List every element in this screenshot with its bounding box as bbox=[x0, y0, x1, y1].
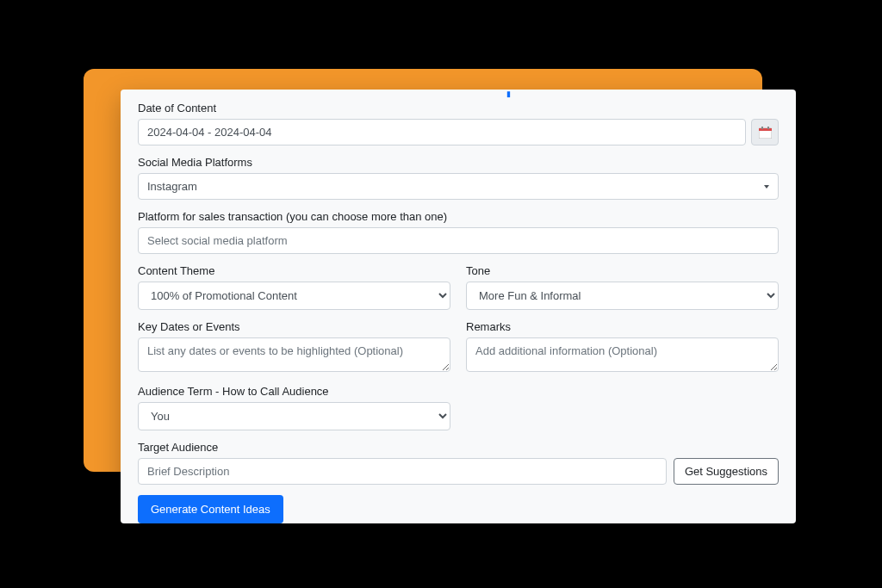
decorative-marker: ▮ bbox=[506, 90, 513, 98]
remarks-field: Remarks bbox=[466, 320, 779, 374]
target-audience-input[interactable] bbox=[138, 458, 667, 485]
tone-field: Tone More Fun & Informal bbox=[466, 264, 779, 310]
sales-platform-input[interactable] bbox=[138, 227, 779, 254]
remarks-textarea[interactable] bbox=[466, 337, 779, 372]
generate-content-ideas-button[interactable]: Generate Content Ideas bbox=[138, 495, 283, 523]
social-platforms-field: Social Media Platforms Instagram bbox=[138, 156, 779, 200]
calendar-button[interactable] bbox=[751, 119, 779, 145]
tone-select[interactable]: More Fun & Informal bbox=[466, 282, 779, 310]
audience-term-field: Audience Term - How to Call Audience You bbox=[138, 385, 450, 430]
audience-term-label: Audience Term - How to Call Audience bbox=[138, 385, 450, 398]
audience-term-select[interactable]: You bbox=[138, 402, 450, 430]
content-theme-label: Content Theme bbox=[138, 264, 450, 277]
date-of-content-input[interactable] bbox=[138, 119, 746, 145]
target-audience-label: Target Audience bbox=[138, 441, 779, 454]
social-platforms-value: Instagram bbox=[147, 180, 197, 193]
target-audience-field: Target Audience Get Suggestions bbox=[138, 441, 779, 485]
svg-rect-2 bbox=[761, 127, 763, 129]
get-suggestions-button[interactable]: Get Suggestions bbox=[674, 458, 779, 485]
content-theme-select[interactable]: 100% of Promotional Content bbox=[138, 282, 450, 310]
content-theme-field: Content Theme 100% of Promotional Conten… bbox=[138, 264, 450, 310]
date-of-content-field: Date of Content bbox=[138, 102, 779, 145]
key-dates-label: Key Dates or Events bbox=[138, 320, 450, 333]
remarks-label: Remarks bbox=[466, 320, 779, 333]
social-platforms-label: Social Media Platforms bbox=[138, 156, 779, 169]
content-form-panel: ▮ Date of Content Social Media Platforms… bbox=[121, 90, 796, 523]
sales-platform-label: Platform for sales transaction (you can … bbox=[138, 210, 779, 223]
social-platforms-select[interactable]: Instagram bbox=[138, 173, 779, 200]
tone-label: Tone bbox=[466, 264, 779, 277]
svg-rect-3 bbox=[767, 127, 769, 129]
svg-rect-1 bbox=[759, 128, 772, 131]
key-dates-field: Key Dates or Events bbox=[138, 320, 450, 374]
sales-platform-field: Platform for sales transaction (you can … bbox=[138, 210, 779, 254]
calendar-icon bbox=[759, 127, 772, 139]
key-dates-textarea[interactable] bbox=[138, 337, 450, 372]
date-of-content-label: Date of Content bbox=[138, 102, 779, 115]
